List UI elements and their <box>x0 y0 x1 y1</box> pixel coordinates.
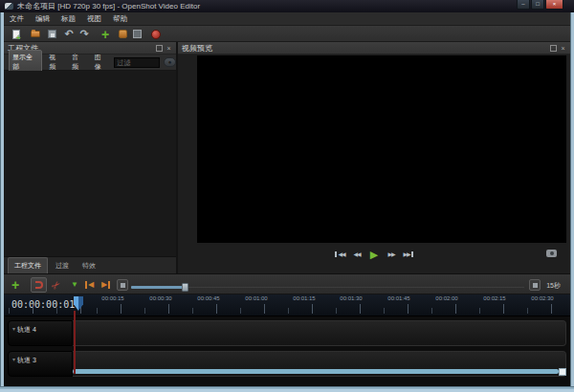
menu-file[interactable]: 文件 <box>4 12 30 25</box>
app-icon <box>5 3 13 10</box>
ruler-label: 00:02:15 <box>475 295 514 301</box>
razor-button[interactable]: ✂ <box>52 277 60 293</box>
save-project-button[interactable] <box>45 28 58 40</box>
camera-icon <box>550 251 554 255</box>
import-files-icon: + <box>101 28 109 41</box>
import-files-button[interactable]: + <box>99 28 112 40</box>
snapping-toggle-button[interactable] <box>31 277 47 293</box>
ruler-label: 00:01:00 <box>237 295 276 301</box>
video-preview-header: 视频预览 × <box>178 42 570 54</box>
title-bar: 未命名项目 [HD 720p 30 fps] - OpenShot Video … <box>0 0 574 12</box>
zoom-slider-handle[interactable] <box>182 283 188 292</box>
scrollbar-grip[interactable] <box>559 368 566 376</box>
next-marker-button[interactable]: ▶ <box>100 277 110 293</box>
timeline-tracks-area: ▾ 轨道 4 ▾ 轨道 3 <box>4 316 570 386</box>
fast-forward-button[interactable]: ▶▶ <box>386 249 398 260</box>
jump-to-start-icon: ◀◀ <box>338 251 344 257</box>
new-project-button[interactable]: + <box>10 28 23 40</box>
ruler-label: 00:00:15 <box>94 295 132 301</box>
redo-button[interactable]: ↷ <box>77 28 91 40</box>
ruler-label: 00:02:30 <box>523 295 562 301</box>
rewind-icon: ◀◀ <box>353 251 360 257</box>
timeline-toolbar: + ✂ ▼ ◀ ▶ 15秒 <box>4 273 570 294</box>
zoom-in-button[interactable] <box>529 279 541 291</box>
float-panel-icon[interactable] <box>156 45 163 52</box>
tab-transitions[interactable]: 过渡 <box>50 258 75 273</box>
tab-project-files[interactable]: 工程文件 <box>8 257 48 273</box>
fullscreen-button[interactable] <box>130 28 144 40</box>
menu-bar: 文件 编辑 标题 视图 帮助 <box>4 12 570 26</box>
track-4-lane[interactable] <box>73 320 566 346</box>
main-toolbar: + ↶ ↷ + <box>4 26 570 42</box>
video-preview-title: 视频预览 <box>182 43 212 54</box>
window-border-right <box>570 12 574 392</box>
media-filter-bar: 显示全部 视频 音频 图像 ● <box>4 54 176 71</box>
jump-to-start-button[interactable]: ◀◀ <box>334 249 346 260</box>
window-border-bottom <box>0 386 574 392</box>
export-video-icon <box>151 30 161 39</box>
open-project-icon <box>31 31 40 37</box>
undo-button[interactable]: ↶ <box>62 28 76 40</box>
playback-controls: ◀◀ ◀◀ ▶ ▶▶ ▶▶ <box>178 247 570 262</box>
choose-profile-button[interactable] <box>116 28 129 40</box>
zoom-scale-label: 15秒 <box>546 281 561 291</box>
menu-view[interactable]: 视图 <box>81 12 107 25</box>
jump-to-end-button[interactable]: ▶▶ <box>403 249 415 260</box>
ruler-label: 00:01:30 <box>332 295 370 301</box>
close-icon: × <box>553 1 557 7</box>
filter-input[interactable] <box>114 57 160 68</box>
chevron-down-icon: ▾ <box>12 326 15 332</box>
fast-forward-icon: ▶▶ <box>387 251 394 257</box>
clear-filter-button[interactable]: ● <box>164 57 176 67</box>
project-files-list[interactable] <box>4 71 176 256</box>
previous-marker-button[interactable]: ◀ <box>85 277 95 293</box>
video-preview-dock-buttons: × <box>550 45 566 52</box>
track-4-label: 轨道 4 <box>17 325 36 335</box>
add-marker-button[interactable]: ▼ <box>71 277 78 293</box>
next-marker-icon: ▶ <box>101 281 107 289</box>
new-project-icon: + <box>12 30 20 39</box>
zoom-out-button[interactable] <box>117 279 128 291</box>
jump-end-bar-icon <box>411 251 413 257</box>
float-panel-icon[interactable] <box>550 45 557 52</box>
window-title: 未命名项目 [HD 720p 30 fps] - OpenShot Video … <box>17 1 200 11</box>
ruler-label: 00:01:45 <box>380 295 418 301</box>
track-3-header[interactable]: ▾ 轨道 3 <box>8 351 73 377</box>
track-4-header[interactable]: ▾ 轨道 4 <box>8 320 73 346</box>
menu-help[interactable]: 帮助 <box>107 12 133 25</box>
playhead-line <box>74 311 76 374</box>
close-panel-icon[interactable]: × <box>166 45 172 52</box>
add-marker-icon: ▼ <box>71 281 78 289</box>
previous-marker-icon: ◀ <box>88 281 94 289</box>
window-controls: – □ × <box>516 0 563 10</box>
choose-profile-icon <box>119 30 127 38</box>
menu-title[interactable]: 标题 <box>55 12 81 25</box>
scrollbar-thumb[interactable] <box>73 369 559 374</box>
menu-edit[interactable]: 编辑 <box>30 12 55 25</box>
minimize-button[interactable]: – <box>517 0 530 10</box>
play-button[interactable]: ▶ <box>368 249 381 260</box>
ruler-label: 00:00:30 <box>142 295 180 301</box>
capture-button[interactable] <box>546 250 557 257</box>
ruler-major-ticks <box>4 304 570 314</box>
open-project-button[interactable] <box>29 28 42 40</box>
project-files-dock-buttons: × <box>156 45 172 52</box>
add-track-button[interactable]: + <box>11 277 19 293</box>
previous-marker-bar-icon <box>85 281 87 289</box>
timeline-horizontal-scrollbar <box>73 369 566 375</box>
maximize-button[interactable]: □ <box>531 0 544 10</box>
export-video-button[interactable] <box>149 28 163 40</box>
track-row: ▾ 轨道 4 <box>4 320 570 346</box>
add-track-icon: + <box>11 278 19 292</box>
timeline-ruler[interactable]: 00:00:00:01 00:00:15 00:00:30 00:00:45 0… <box>4 294 570 316</box>
minimize-icon: – <box>521 1 524 7</box>
close-button[interactable]: × <box>545 0 563 10</box>
tab-effects[interactable]: 特效 <box>77 258 101 273</box>
zoom-out-icon <box>121 283 125 288</box>
zoom-slider-track[interactable] <box>186 287 524 288</box>
rewind-button[interactable]: ◀◀ <box>351 249 364 260</box>
undo-icon: ↶ <box>64 29 73 39</box>
close-panel-icon[interactable]: × <box>560 45 566 52</box>
play-icon: ▶ <box>370 250 378 260</box>
next-marker-bar-icon <box>108 281 110 289</box>
